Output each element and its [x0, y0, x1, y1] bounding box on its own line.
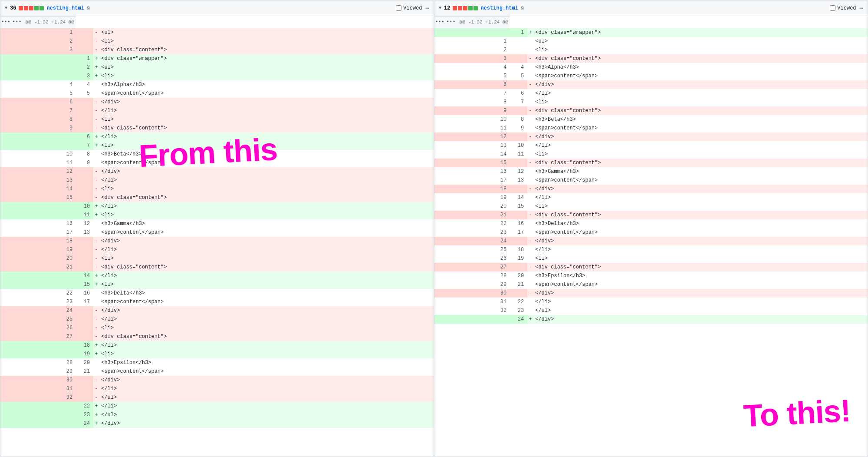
- table-row: 24- </div>: [434, 237, 868, 245]
- line-sign: -: [93, 324, 99, 332]
- line-num-new: [510, 159, 527, 167]
- left-viewed-label[interactable]: Viewed: [396, 5, 422, 11]
- right-viewed-checkbox[interactable]: [830, 5, 835, 11]
- line-code: <span>content</span>: [99, 159, 434, 167]
- line-num-new: 23: [76, 411, 93, 419]
- copy-icon-right[interactable]: ⎘: [521, 6, 524, 11]
- line-num-new: [76, 376, 93, 384]
- line-sign: -: [93, 115, 99, 124]
- line-code: </ul>: [99, 393, 434, 402]
- line-code: </li>: [99, 106, 434, 115]
- line-num-old: 7: [0, 106, 76, 115]
- table-row: 10+ </li>: [0, 202, 434, 211]
- right-viewed-label[interactable]: Viewed: [830, 5, 856, 11]
- line-sign: -: [527, 106, 533, 115]
- table-row: 15+ <li>: [0, 280, 434, 289]
- line-num-new: 18: [76, 341, 93, 350]
- line-sign: +: [93, 272, 99, 280]
- line-num-old: [0, 132, 76, 141]
- line-sign: +: [93, 411, 99, 419]
- line-code: <h3>Beta</h3>: [99, 150, 434, 159]
- line-sign: -: [93, 193, 99, 202]
- line-num-old: 1: [434, 37, 510, 46]
- line-code: <div class="content">: [99, 263, 434, 272]
- line-num-new: 13: [76, 228, 93, 237]
- line-sign: [527, 219, 533, 228]
- right-header-right: Viewed ⋯: [830, 4, 863, 12]
- line-num-new: [510, 46, 527, 54]
- line-code: <div class="content">: [99, 124, 434, 132]
- line-num-new: 19: [76, 350, 93, 358]
- line-sign: -: [527, 289, 533, 298]
- line-num-new: 11: [510, 150, 527, 159]
- line-num-new: 15: [510, 202, 527, 211]
- line-num-new: [76, 167, 93, 176]
- line-sign: +: [93, 63, 99, 72]
- line-num-old: 14: [434, 150, 510, 159]
- table-row: 1914 </li>: [434, 193, 868, 202]
- line-num-old: 10: [434, 115, 510, 124]
- line-code: <div class="content">: [533, 159, 868, 167]
- r-sq-red-1: [453, 6, 457, 10]
- line-num-new: [76, 124, 93, 132]
- table-row: 24+</div>: [434, 315, 868, 324]
- left-header-right: Viewed ⋯: [396, 4, 429, 12]
- line-sign: [527, 193, 533, 202]
- table-row: 18- </div>: [0, 237, 434, 245]
- line-num-old: 16: [0, 219, 76, 228]
- line-sign: +: [93, 211, 99, 219]
- table-row: 32-</ul>: [0, 393, 434, 402]
- right-diff-content: ••• ••• @@ -1,32 +1,24 @@ 1+<div class="…: [434, 16, 868, 457]
- copy-icon-left[interactable]: ⎘: [87, 6, 90, 11]
- table-row: 18+ </li>: [0, 341, 434, 350]
- line-code: <ul>: [99, 63, 434, 72]
- right-hunk-header: ••• ••• @@ -1,32 +1,24 @@: [434, 16, 510, 28]
- line-sign: +: [93, 419, 99, 428]
- line-sign: [527, 202, 533, 211]
- table-row: 1612 <h3>Gamma</h3>: [434, 167, 868, 176]
- table-row: 26- <li>: [0, 324, 434, 332]
- left-dots-menu[interactable]: ⋯: [426, 4, 429, 12]
- line-code: <h3>Delta</h3>: [99, 289, 434, 298]
- right-dots-menu[interactable]: ⋯: [860, 4, 863, 12]
- line-code: </li>: [99, 315, 434, 324]
- line-num-old: 27: [434, 263, 510, 272]
- line-code: </li>: [533, 141, 868, 150]
- line-num-old: 8: [434, 98, 510, 106]
- line-code: </div>: [533, 185, 868, 193]
- line-num-old: 13: [434, 141, 510, 150]
- table-row: 55 <span>content</span>: [0, 89, 434, 98]
- line-num-old: 30: [434, 289, 510, 298]
- line-num-old: [0, 280, 76, 289]
- line-sign: [527, 89, 533, 98]
- right-hunk-dots: ••• •••: [434, 18, 456, 26]
- table-row: 2317 <span>content</span>: [0, 298, 434, 306]
- line-code: </li>: [99, 132, 434, 141]
- left-filename[interactable]: nesting.html: [46, 5, 84, 11]
- line-code: </div>: [99, 419, 434, 428]
- line-sign: [527, 124, 533, 132]
- chevron-down-icon-right: ▼: [439, 6, 441, 10]
- line-num-new: 19: [510, 254, 527, 263]
- line-sign: [93, 289, 99, 298]
- line-code: </li>: [533, 298, 868, 306]
- line-sign: [527, 150, 533, 159]
- table-row: 14- <li>: [0, 185, 434, 193]
- line-code: <span>content</span>: [99, 298, 434, 306]
- table-row: 24+</div>: [0, 419, 434, 428]
- right-filename[interactable]: nesting.html: [480, 5, 518, 11]
- line-code: <span>content</span>: [533, 72, 868, 80]
- line-sign: [527, 46, 533, 54]
- sq-red-1: [19, 6, 23, 10]
- table-row: 3- <div class="content">: [434, 54, 868, 63]
- line-sign: [93, 159, 99, 167]
- left-viewed-checkbox[interactable]: [396, 5, 401, 11]
- table-row: 2015 <li>: [434, 202, 868, 211]
- line-code: <li>: [99, 324, 434, 332]
- line-num-new: 6: [76, 132, 93, 141]
- line-num-old: 31: [434, 298, 510, 306]
- table-row: 44 <h3>Alpha</h3>: [434, 63, 868, 72]
- line-sign: -: [527, 185, 533, 193]
- line-code: </li>: [99, 402, 434, 411]
- right-commit-count: 12: [444, 5, 450, 11]
